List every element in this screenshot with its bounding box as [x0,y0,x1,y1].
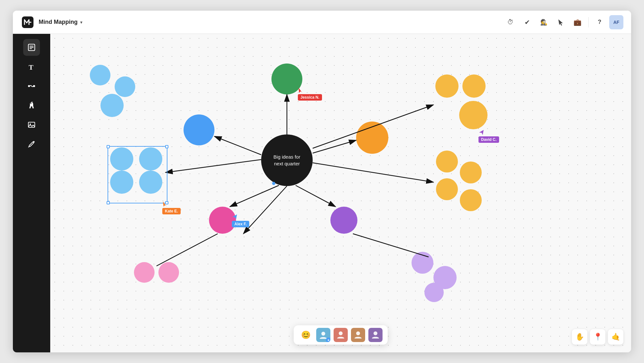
node-blue-tl-2[interactable] [115,76,135,97]
node-orange-mr-4[interactable] [460,189,482,211]
node-sel-2[interactable] [139,147,162,171]
svg-point-26 [339,331,343,335]
app-name-label: Mind Mapping [39,19,78,25]
cursor-label-kate: Kate E. [162,208,181,214]
svg-point-27 [356,331,360,335]
svg-point-9 [31,103,32,104]
node-pink-main[interactable] [209,207,236,234]
app-window: Mind Mapping ▾ ⏱ ✔ 🕵 💼 ? AF T [13,11,631,352]
cursor-label-alex: Alex F. [232,221,249,227]
main-area: T [13,34,631,352]
center-connection-dot [272,182,275,185]
help-button[interactable]: ? [592,15,607,29]
svg-rect-10 [28,122,35,127]
check-button[interactable]: ✔ [520,15,534,29]
node-blue-tl-3[interactable] [100,94,124,117]
node-pink-bl-1[interactable] [134,262,155,283]
app-name-dropdown[interactable]: Mind Mapping ▾ [39,19,82,25]
hand-tool-button[interactable]: ✋ [572,329,587,345]
node-orange-tr-3[interactable] [459,101,488,129]
node-blue-large[interactable] [184,114,214,145]
gesture-tool-button[interactable]: 🤙 [608,329,623,345]
svg-line-12 [28,147,29,147]
cursor-label-jessica: Jessica N. [298,94,322,101]
node-blue-tl-1[interactable] [90,65,110,85]
cursor-label-david: David C. [478,136,499,143]
pen-tool-button[interactable] [23,136,40,152]
svg-line-23 [243,186,287,234]
svg-line-15 [166,160,261,172]
pin-tool-button[interactable]: 📍 [590,329,605,345]
svg-line-14 [214,136,261,155]
node-purple-br-1[interactable] [412,252,433,274]
header: Mind Mapping ▾ ⏱ ✔ 🕵 💼 ? AF [13,11,631,34]
svg-text:T: T [29,63,33,71]
cursor-alex: Alex F. [232,214,238,220]
header-divider [588,17,589,27]
cursor-david: David C. [478,129,484,136]
node-purple-br-3[interactable] [424,283,444,302]
node-sel-1[interactable] [110,147,133,171]
cursor-button[interactable] [554,15,568,29]
timer-button[interactable]: ⏱ [503,15,517,29]
bottom-toolbar: 😊 ★ [294,325,388,345]
bottom-right-tools: ✋ 📍 🤙 [572,329,623,345]
image-tool-button[interactable] [23,116,40,133]
node-orange-mr-3[interactable] [436,178,458,200]
sticky-note-tool-button[interactable] [23,39,40,56]
connector-tool-button[interactable] [23,78,40,94]
user-avatar-button[interactable]: AF [609,15,623,29]
node-orange-main[interactable] [356,122,388,154]
cursor-jessica: Jessica N. [298,87,304,93]
node-orange-tr-2[interactable] [462,74,486,98]
canvas[interactable]: Big ideas fornext quarter Jessica N. Dav… [50,34,631,352]
incognito-button[interactable]: 🕵 [537,15,551,29]
text-tool-button[interactable]: T [23,58,40,75]
node-sel-4[interactable] [139,171,162,194]
node-orange-mr-1[interactable] [436,151,458,172]
svg-point-28 [374,331,377,335]
center-node-text: Big ideas fornext quarter [273,153,300,167]
star-badge: ★ [326,338,330,342]
svg-line-20 [296,185,336,207]
svg-line-21 [156,234,218,266]
avatar-2[interactable] [334,328,348,342]
arrows-overlay [50,34,631,352]
header-right: ⏱ ✔ 🕵 💼 ? AF [503,15,623,29]
avatar-4[interactable] [368,328,383,342]
header-left: Mind Mapping ▾ [21,15,82,29]
svg-line-19 [230,185,279,207]
node-orange-mr-2[interactable] [460,162,482,183]
logo [21,15,35,29]
avatar-1[interactable]: ★ [316,328,330,342]
svg-line-16 [313,140,356,153]
emoji-button[interactable]: 😊 [299,328,313,342]
briefcase-button[interactable]: 💼 [570,15,584,29]
node-center[interactable]: Big ideas fornext quarter [261,134,313,186]
svg-point-25 [321,332,325,336]
chevron-down-icon: ▾ [80,20,82,25]
avatar-3[interactable] [351,328,365,342]
node-sel-3[interactable] [110,171,133,194]
svg-point-6 [28,85,30,87]
node-purple-main[interactable] [330,207,357,234]
node-pink-bl-2[interactable] [158,262,179,283]
llama-tool-button[interactable] [23,97,40,114]
cursor-kate: Kate E. [162,201,168,207]
node-orange-tr-1[interactable] [435,74,459,98]
svg-line-18 [313,163,433,182]
sidebar: T [13,34,50,352]
